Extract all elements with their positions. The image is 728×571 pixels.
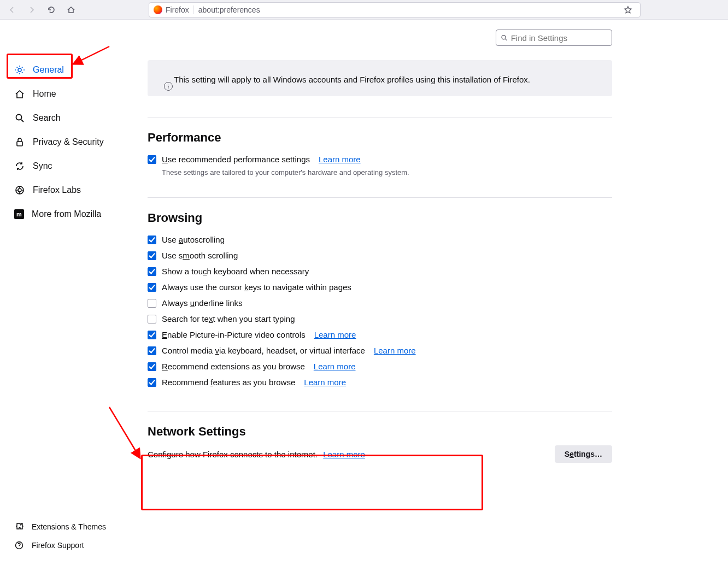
browsing-title: Browsing [148,211,612,225]
find-in-settings[interactable] [496,30,612,46]
link-label: Firefox Support [32,541,84,550]
browsing-label-7[interactable]: Control media via keyboard, headset, or … [162,346,365,355]
network-title: Network Settings [148,425,612,439]
browsing-row: Always use the cursor keys to navigate w… [148,279,612,295]
info-icon: i [164,82,173,91]
search-icon [14,113,25,123]
home-icon [14,89,25,99]
browser-toolbar: Firefox about:preferences [0,0,728,20]
main-content: i This setting will apply to all Windows… [131,20,634,571]
divider [148,197,612,198]
browsing-row: Show a touch keyboard when necessary [148,263,612,279]
browsing-label-3[interactable]: Always use the cursor keys to navigate w… [162,282,351,292]
browsing-row: Control media via keyboard, headset, or … [148,343,612,358]
identity-box: Firefox [154,5,194,14]
info-box: i This setting will apply to all Windows… [148,60,612,96]
search-icon [501,34,508,42]
perf-subtext: These settings are tailored to your comp… [162,168,612,176]
browsing-row: Search for text when you start typing [148,311,612,327]
sidebar-item-label: Privacy & Security [33,137,104,147]
sidebar-item-more-mozilla[interactable]: m More from Mozilla [0,202,131,226]
browsing-label-5[interactable]: Search for text when you start typing [162,314,295,323]
browsing-label-6[interactable]: Enable Picture-in-Picture video controls [162,330,306,339]
browsing-learn-more-8[interactable]: Learn more [314,362,356,371]
browsing-row: Recommend extensions as you browseLearn … [148,358,612,374]
forward-button[interactable] [24,2,39,17]
link-label: Extensions & Themes [32,522,106,531]
svg-point-1 [16,115,22,120]
network-learn-more[interactable]: Learn more [323,450,365,459]
browsing-row: Use autoscrolling [148,232,612,248]
help-icon [14,540,24,550]
browsing-checkbox-4[interactable] [148,299,156,308]
sidebar-item-label: Home [33,89,56,99]
flask-icon [14,185,25,196]
perf-recommended-label[interactable]: Use recommended performance settings [162,155,310,164]
svg-point-0 [18,68,21,72]
url-bar[interactable]: Firefox about:preferences [149,2,641,17]
find-input[interactable] [511,33,607,43]
browsing-checkbox-5[interactable] [148,315,156,323]
sidebar-item-general[interactable]: General [0,58,131,82]
browsing-learn-more-9[interactable]: Learn more [304,378,346,387]
puzzle-icon [14,522,24,532]
divider [148,117,612,117]
mozilla-icon: m [14,209,24,219]
browsing-checkbox-9[interactable] [148,378,156,387]
browsing-row: Enable Picture-in-Picture video controls… [148,327,612,343]
browsing-learn-more-6[interactable]: Learn more [314,330,356,339]
sidebar-item-privacy[interactable]: Privacy & Security [0,130,131,154]
network-row: Configure how Firefox connects to the in… [148,445,612,463]
perf-learn-more[interactable]: Learn more [319,155,361,164]
sidebar-item-label: Firefox Labs [33,185,81,195]
firefox-logo-icon [154,5,162,14]
browsing-label-8[interactable]: Recommend extensions as you browse [162,362,305,371]
sidebar-item-label: Sync [33,161,52,171]
svg-point-6 [502,36,506,39]
lock-icon [14,137,25,148]
sidebar-item-label: Search [33,113,61,123]
browsing-checkbox-6[interactable] [148,331,156,339]
sidebar-item-labs[interactable]: Firefox Labs [0,178,131,202]
browsing-row: Use smooth scrolling [148,248,612,263]
svg-rect-2 [17,142,22,146]
browsing-label-9[interactable]: Recommend features as you browse [162,378,295,387]
browsing-label-4[interactable]: Always underline links [162,298,243,308]
sidebar-item-home[interactable]: Home [0,82,131,106]
browsing-label-0[interactable]: Use autoscrolling [162,235,225,244]
sidebar-item-sync[interactable]: Sync [0,154,131,178]
home-button[interactable] [63,2,79,17]
divider [148,411,612,411]
bookmark-star-icon[interactable] [620,2,636,17]
sync-icon [14,161,25,172]
browsing-checkbox-8[interactable] [148,362,156,371]
gear-icon [14,64,25,75]
back-button[interactable] [4,2,20,17]
reload-button[interactable] [44,2,59,17]
network-settings-button[interactable]: Settings… [555,445,612,463]
browsing-learn-more-7[interactable]: Learn more [374,346,416,355]
browsing-checkbox-0[interactable] [148,236,156,244]
network-desc: Configure how Firefox connects to the in… [148,450,318,459]
url-text: about:preferences [198,5,260,14]
browsing-checkbox-1[interactable] [148,251,156,260]
performance-title: Performance [148,131,612,145]
browsing-row: Recommend features as you browseLearn mo… [148,374,612,390]
sidebar-item-label: General [33,65,64,75]
firefox-support-link[interactable]: Firefox Support [0,536,131,555]
perf-recommended-checkbox[interactable] [148,155,156,164]
browsing-label-1[interactable]: Use smooth scrolling [162,251,238,260]
sidebar-item-search[interactable]: Search [0,106,131,130]
browsing-checkbox-7[interactable] [148,346,156,355]
browsing-checkbox-3[interactable] [148,283,156,292]
browsing-checkbox-2[interactable] [148,267,156,276]
perf-recommended-row: Use recommended performance settings Lea… [148,151,612,167]
browsing-label-2[interactable]: Show a touch keyboard when necessary [162,267,309,276]
info-text: This setting will apply to all Windows a… [174,75,530,84]
extensions-themes-link[interactable]: Extensions & Themes [0,517,131,536]
sidebar-item-label: More from Mozilla [32,209,101,219]
identity-label: Firefox [166,5,189,14]
svg-point-4 [18,189,21,192]
browsing-row: Always underline links [148,295,612,311]
category-sidebar: General Home Search Privacy & Security S… [0,20,131,571]
